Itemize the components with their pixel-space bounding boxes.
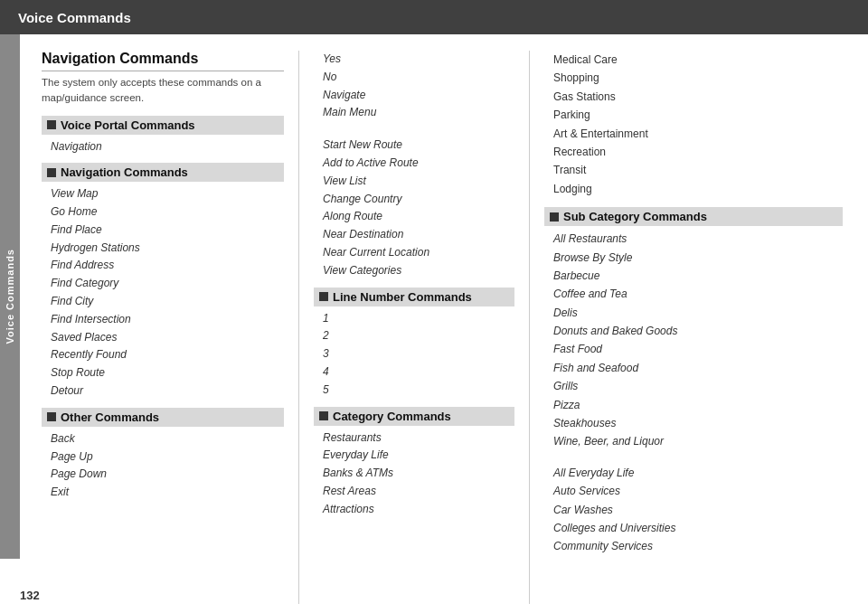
list-item: Auto Services bbox=[553, 482, 843, 500]
list-item: Wine, Beer, and Liquor bbox=[553, 432, 843, 450]
line-number-bullet bbox=[319, 292, 328, 301]
list-item: Parking bbox=[553, 106, 843, 124]
list-item: Page Down bbox=[51, 466, 284, 484]
sub-category-items: All Restaurants Browse By Style Barbecue… bbox=[544, 230, 843, 451]
list-item: Barbecue bbox=[553, 267, 843, 285]
list-item: Car Washes bbox=[553, 501, 843, 519]
list-item: Colleges and Universities bbox=[553, 519, 843, 537]
voice-portal-section: Voice Portal Commands Navigation bbox=[42, 116, 284, 156]
line-number-label: Line Number Commands bbox=[333, 290, 472, 304]
navigation-commands-header: Navigation Commands bbox=[42, 163, 284, 182]
list-item: Find Category bbox=[51, 275, 284, 293]
list-item: Change Country bbox=[323, 191, 514, 209]
list-item: Near Destination bbox=[323, 226, 514, 244]
list-item: Find Address bbox=[51, 257, 284, 275]
category-commands-bullet bbox=[319, 411, 328, 420]
sub-category-section: Sub Category Commands All Restaurants Br… bbox=[544, 207, 843, 556]
list-item: Detour bbox=[51, 382, 284, 401]
category-commands-label: Category Commands bbox=[333, 410, 451, 423]
category-commands-header: Category Commands bbox=[314, 407, 514, 426]
list-item: 5 bbox=[323, 382, 514, 400]
voice-portal-label: Voice Portal Commands bbox=[61, 118, 195, 132]
list-item: Rest Areas bbox=[323, 483, 514, 501]
line-number-header: Line Number Commands bbox=[314, 288, 514, 306]
list-item: Near Current Location bbox=[323, 244, 514, 262]
left-column: Navigation Commands The system only acce… bbox=[42, 51, 299, 604]
list-item: Go Home bbox=[51, 203, 284, 222]
list-item: Find Intersection bbox=[51, 311, 284, 329]
sub-category-bullet bbox=[550, 212, 559, 222]
list-item: Navigation bbox=[51, 138, 284, 156]
mid-top-items: Yes No Navigate Main Menu bbox=[314, 51, 514, 122]
list-item: Donuts and Baked Goods bbox=[553, 322, 843, 340]
list-item: Pizza bbox=[553, 396, 843, 414]
list-item: Saved Places bbox=[51, 329, 284, 347]
sub-category-header: Sub Category Commands bbox=[544, 207, 843, 226]
other-commands-header: Other Commands bbox=[42, 408, 284, 427]
list-item: Hydrogen Stations bbox=[51, 240, 284, 258]
other-commands-items: Back Page Up Page Down Exit bbox=[42, 430, 284, 502]
list-item: Art & Entertainment bbox=[553, 125, 843, 143]
list-item: Medical Care bbox=[553, 51, 843, 69]
list-item: Main Menu bbox=[323, 104, 514, 122]
list-item: Shopping bbox=[553, 69, 843, 87]
list-item: Steakhouses bbox=[553, 414, 843, 432]
category-commands-section: Category Commands Restaurants Everyday L… bbox=[314, 407, 514, 519]
list-item: Restaurants bbox=[323, 429, 514, 448]
right-top-items: Medical Care Shopping Gas Stations Parki… bbox=[544, 51, 843, 198]
list-item: 1 bbox=[323, 310, 514, 328]
list-item: Recreation bbox=[553, 143, 843, 161]
list-item: View Map bbox=[51, 185, 284, 203]
list-item: Attractions bbox=[323, 501, 514, 519]
side-tab: Voice Commands bbox=[0, 34, 20, 559]
subtitle-text: The system only accepts these commands o… bbox=[42, 75, 284, 107]
list-item: Coffee and Tea bbox=[553, 285, 843, 303]
list-item: All Everyday Life bbox=[553, 464, 843, 482]
list-item: 4 bbox=[323, 363, 514, 382]
list-item: Stop Route bbox=[51, 364, 284, 382]
list-item: Browse By Style bbox=[553, 249, 843, 267]
right-column: Medical Care Shopping Gas Stations Parki… bbox=[530, 51, 854, 604]
list-item: Find Place bbox=[51, 222, 284, 240]
list-item: Delis bbox=[553, 304, 843, 322]
list-item: Everyday Life bbox=[323, 447, 514, 465]
voice-portal-bullet bbox=[47, 120, 56, 129]
list-item: View Categories bbox=[323, 262, 514, 280]
list-item: 3 bbox=[323, 345, 514, 363]
list-item: Fast Food bbox=[553, 340, 843, 358]
main-content: Navigation Commands The system only acce… bbox=[20, 34, 868, 613]
mid-route-items: Start New Route Add to Active Route View… bbox=[314, 137, 514, 279]
list-item: Add to Active Route bbox=[323, 155, 514, 173]
list-item: Banks & ATMs bbox=[323, 465, 514, 483]
navigation-commands-label: Navigation Commands bbox=[61, 165, 188, 179]
category-commands-items: Restaurants Everyday Life Banks & ATMs R… bbox=[314, 429, 514, 519]
list-item: 2 bbox=[323, 327, 514, 345]
voice-portal-header: Voice Portal Commands bbox=[42, 116, 284, 135]
line-number-section: Line Number Commands 1 2 3 4 5 bbox=[314, 288, 514, 400]
navigation-commands-section: Navigation Commands View Map Go Home Fin… bbox=[42, 163, 284, 401]
sub-category-items-2: All Everyday Life Auto Services Car Wash… bbox=[544, 464, 843, 556]
list-item: Grills bbox=[553, 377, 843, 395]
list-item: Exit bbox=[51, 484, 284, 502]
list-item: Along Route bbox=[323, 208, 514, 226]
page-number: 132 bbox=[20, 589, 40, 602]
list-item: Lodging bbox=[553, 180, 843, 198]
other-commands-section: Other Commands Back Page Up Page Down Ex… bbox=[42, 408, 284, 502]
main-section-title: Navigation Commands bbox=[42, 51, 284, 71]
other-commands-label: Other Commands bbox=[61, 410, 159, 424]
list-item: Navigate bbox=[323, 87, 514, 105]
list-item: Transit bbox=[553, 161, 843, 179]
list-item: Yes bbox=[323, 51, 514, 69]
list-item: No bbox=[323, 69, 514, 87]
page-header: Voice Commands bbox=[0, 0, 868, 34]
sub-category-label: Sub Category Commands bbox=[563, 210, 707, 223]
navigation-commands-items: View Map Go Home Find Place Hydrogen Sta… bbox=[42, 185, 284, 401]
list-item: Community Services bbox=[553, 537, 843, 555]
list-item: Gas Stations bbox=[553, 88, 843, 106]
list-item: Start New Route bbox=[323, 137, 514, 155]
list-item: Recently Found bbox=[51, 346, 284, 364]
list-item: Back bbox=[51, 430, 284, 448]
navigation-commands-bullet bbox=[47, 168, 56, 177]
mid-column: Yes No Navigate Main Menu Start New Rout… bbox=[299, 51, 530, 604]
list-item: Page Up bbox=[51, 448, 284, 467]
